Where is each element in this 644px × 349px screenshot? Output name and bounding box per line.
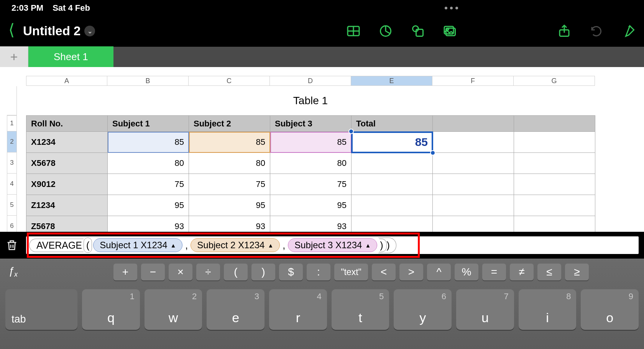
spreadsheet-canvas[interactable]: A B C D E F G Table 1 1 2 3 4 5 6 Roll N… [0, 67, 644, 232]
function-name[interactable]: AVERAGE [29, 239, 84, 252]
op-key-multiply[interactable]: × [169, 264, 192, 280]
cell[interactable] [352, 174, 433, 195]
col-header-c[interactable]: C [189, 76, 270, 86]
cell[interactable]: 95 [108, 195, 189, 216]
cell[interactable] [433, 132, 514, 153]
shape-icon[interactable] [411, 24, 425, 38]
document-title[interactable]: Untitled 2 ⌄ [23, 24, 95, 38]
cell[interactable]: 75 [189, 174, 270, 195]
op-key-text[interactable]: "text" [334, 264, 368, 280]
col-header-b[interactable]: B [107, 76, 189, 86]
cell[interactable]: Z5678 [26, 216, 108, 232]
cell[interactable]: 85 [108, 132, 189, 153]
header-cell[interactable]: Subject 3 [270, 116, 352, 132]
chevron-down-icon[interactable]: ⌄ [84, 26, 95, 36]
cell[interactable] [514, 195, 595, 216]
key-o[interactable]: 9o [581, 289, 639, 330]
op-key-lte[interactable]: ≤ [537, 264, 561, 280]
cell[interactable]: 93 [189, 216, 270, 232]
table-corner[interactable] [7, 86, 17, 115]
op-key-neq[interactable]: ≠ [510, 264, 534, 280]
col-header-d[interactable]: D [270, 76, 351, 86]
cell[interactable] [433, 153, 514, 174]
row-header-3[interactable]: 3 [7, 152, 17, 174]
media-icon[interactable] [443, 24, 457, 38]
cell[interactable]: 95 [270, 195, 352, 216]
row-header-1[interactable]: 1 [7, 115, 17, 131]
formula-input[interactable]: AVERAGE( Subject 1 X1234▲ , Subject 2 X1… [26, 236, 639, 254]
key-y[interactable]: 6y [394, 289, 452, 330]
fx-button[interactable]: ƒx [5, 265, 110, 279]
cell[interactable] [514, 153, 595, 174]
key-i[interactable]: 8i [519, 289, 577, 330]
key-w[interactable]: 2w [145, 289, 202, 330]
op-key-minus[interactable]: − [141, 264, 165, 280]
cell[interactable]: 85 [189, 132, 270, 153]
chart-icon[interactable] [379, 24, 393, 38]
op-key-dollar[interactable]: $ [279, 264, 303, 280]
cell[interactable]: 80 [108, 153, 189, 174]
op-key-rparen[interactable]: ) [251, 264, 275, 280]
cell[interactable]: X5678 [26, 153, 108, 174]
multitasking-dots[interactable] [445, 7, 458, 10]
col-header-a[interactable]: A [26, 76, 107, 86]
op-key-percent[interactable]: % [455, 264, 478, 280]
row-header-2[interactable]: 2 [7, 131, 17, 152]
cell[interactable] [514, 174, 595, 195]
header-cell[interactable]: Subject 2 [189, 116, 270, 132]
cell[interactable] [433, 174, 514, 195]
cell[interactable]: 85 [270, 132, 352, 153]
formula-ref-3[interactable]: Subject 3 X1234▲ [288, 238, 377, 252]
cell[interactable]: Z1234 [26, 195, 108, 216]
header-cell[interactable]: Roll No. [26, 116, 108, 132]
cell[interactable]: 80 [189, 153, 270, 174]
cell[interactable]: 95 [189, 195, 270, 216]
cell[interactable]: 93 [108, 216, 189, 232]
formula-ref-1[interactable]: Subject 1 X1234▲ [93, 238, 182, 252]
cell[interactable] [352, 153, 433, 174]
key-e[interactable]: 3e [207, 289, 264, 330]
op-key-gt[interactable]: > [399, 264, 423, 280]
col-header-f[interactable]: F [432, 76, 514, 86]
op-key-eq[interactable]: = [482, 264, 506, 280]
back-button[interactable]: ⟨ [8, 22, 15, 40]
cell[interactable]: X1234 [26, 132, 108, 153]
op-key-gte[interactable]: ≥ [565, 264, 589, 280]
op-key-lparen[interactable]: ( [224, 264, 248, 280]
op-key-colon[interactable]: : [307, 264, 330, 280]
col-header-g[interactable]: G [514, 76, 595, 86]
header-cell[interactable]: Total [352, 116, 433, 132]
key-q[interactable]: 1q [82, 289, 140, 330]
cell[interactable]: 75 [108, 174, 189, 195]
op-key-lt[interactable]: < [372, 264, 396, 280]
header-cell[interactable] [514, 116, 595, 132]
sheet-tab-active[interactable]: Sheet 1 [28, 46, 113, 67]
selection-handle-bottom[interactable] [430, 150, 435, 156]
op-key-divide[interactable]: ÷ [196, 264, 220, 280]
selection-handle-top[interactable] [348, 129, 354, 134]
cell[interactable]: X9012 [26, 174, 108, 195]
tab-key[interactable]: tab [5, 289, 77, 330]
row-header-5[interactable]: 5 [7, 195, 17, 216]
key-r[interactable]: 4r [269, 289, 327, 330]
key-t[interactable]: 5t [332, 289, 389, 330]
cell[interactable]: 80 [270, 153, 352, 174]
cell[interactable] [352, 195, 433, 216]
header-cell[interactable] [433, 116, 514, 132]
row-header-4[interactable]: 4 [7, 174, 17, 195]
active-cell[interactable]: 85 [352, 132, 433, 153]
delete-formula-button[interactable] [5, 239, 18, 252]
format-brush-icon[interactable] [622, 24, 636, 38]
cell[interactable]: 75 [270, 174, 352, 195]
add-sheet-button[interactable]: + [0, 46, 28, 67]
cell[interactable] [433, 195, 514, 216]
key-u[interactable]: 7u [456, 289, 514, 330]
cell[interactable] [514, 216, 595, 232]
cell[interactable] [352, 216, 433, 232]
cell[interactable] [514, 132, 595, 153]
formula-ref-2[interactable]: Subject 2 X1234▲ [191, 238, 280, 252]
share-icon[interactable] [557, 24, 571, 38]
row-header-6[interactable]: 6 [7, 216, 17, 232]
cell[interactable]: 93 [270, 216, 352, 232]
table-icon[interactable] [347, 24, 360, 38]
